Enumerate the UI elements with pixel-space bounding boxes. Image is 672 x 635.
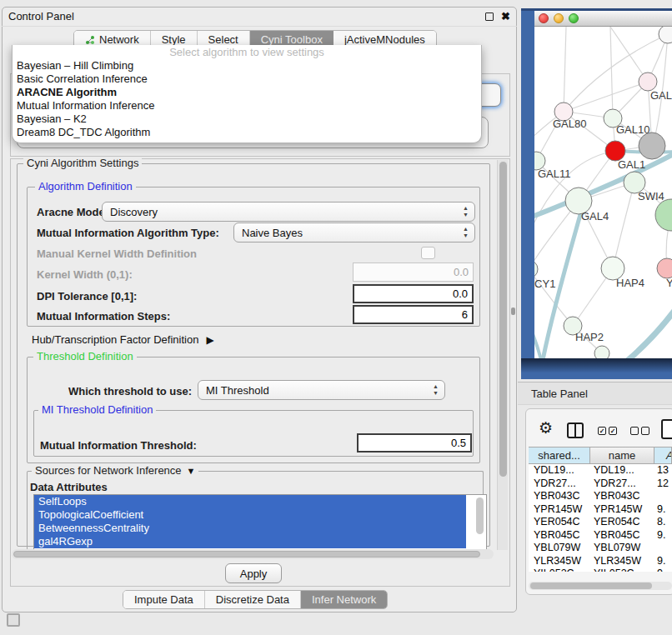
table-cell: YPR145W: [590, 503, 654, 517]
close-window-button[interactable]: [539, 13, 549, 23]
attributes-scrollbar-thumb[interactable]: [476, 498, 484, 534]
data-attributes-label: Data Attributes: [30, 481, 108, 493]
select-all-icon[interactable]: ✓✓: [598, 427, 617, 435]
table-cell: 9.: [654, 529, 672, 542]
dpi-tolerance-label: DPI Tolerance [0,1]:: [37, 290, 137, 302]
node-table: shared... name A YDL19...YDL19...13YDR27…: [529, 447, 672, 572]
network-edge-highlighted[interactable]: [534, 322, 541, 358]
network-node-gcy1[interactable]: [534, 260, 538, 278]
hub-definition-section[interactable]: Hub/Transcription Factor Definition▶: [32, 333, 214, 346]
dpi-tolerance-field[interactable]: 0.0: [353, 284, 474, 303]
network-node[interactable]: [659, 27, 672, 43]
settings-vscrollbar-thumb[interactable]: [499, 162, 507, 477]
split-pane-handle[interactable]: [511, 308, 515, 315]
columns-icon[interactable]: [567, 422, 584, 438]
table-row[interactable]: YBL079WYBL079W: [529, 542, 672, 555]
network-node-y[interactable]: [657, 258, 672, 278]
node-label: HAP2: [575, 331, 604, 343]
network-node[interactable]: [639, 132, 665, 159]
algorithm-option[interactable]: Basic Correlation Inference: [13, 72, 481, 86]
data-attribute-option[interactable]: SelfLoops: [34, 495, 466, 508]
table-cell: YBL079W: [529, 542, 590, 555]
algorithm-placeholder: Select algorithm to view settings: [13, 45, 481, 59]
table-row[interactable]: YLR345WYLR345W9.: [529, 555, 672, 568]
network-edge[interactable]: [610, 27, 648, 82]
network-edge[interactable]: [610, 27, 613, 118]
network-edge-highlighted[interactable]: [534, 152, 672, 218]
network-edge[interactable]: [564, 82, 648, 112]
network-node[interactable]: [655, 199, 672, 231]
network-edge-highlighted[interactable]: [626, 308, 672, 358]
settings-hscrollbar-thumb[interactable]: [13, 551, 480, 558]
aracne-mode-select[interactable]: Discovery ▲▼: [102, 202, 475, 222]
float-window-icon[interactable]: [485, 12, 494, 21]
table-row[interactable]: YPR145WYPR145W9.: [529, 503, 672, 517]
table-row[interactable]: YBR043CYBR043C: [529, 490, 672, 503]
column-header-name[interactable]: name: [590, 447, 654, 464]
data-attribute-option[interactable]: TopologicalCoefficient: [34, 508, 466, 522]
expand-arrow-icon[interactable]: ▶: [206, 334, 213, 346]
mi-steps-field[interactable]: 6: [353, 305, 474, 324]
table-cell: YLR345W: [529, 555, 590, 568]
column-header-partial[interactable]: A: [654, 447, 672, 464]
mi-steps-label: Mutual Information Steps:: [37, 310, 170, 322]
algorithm-option[interactable]: Mutual Information Inference: [13, 99, 481, 112]
which-threshold-label: Which threshold to use:: [68, 385, 192, 398]
kernel-width-label: Kernel Width (0,1):: [37, 268, 133, 281]
column-header-shared-name[interactable]: shared...: [529, 447, 590, 464]
zoom-window-button[interactable]: [569, 13, 579, 23]
threshold-definition-title: Threshold Definition: [33, 351, 137, 362]
table-horizontal-scrollbar[interactable]: [529, 582, 672, 590]
table-row[interactable]: YER054CYER054C8.: [529, 516, 672, 529]
node-label: SWI4: [638, 190, 664, 202]
new-table-icon[interactable]: [661, 419, 672, 439]
data-attribute-option[interactable]: BetweennessCentrality: [34, 522, 466, 535]
table-hscrollbar-thumb[interactable]: [530, 582, 652, 589]
data-attributes-list: SelfLoopsTopologicalCoefficientBetweenne…: [33, 494, 487, 550]
control-panel-titlebar: Control Panel ✖: [2, 7, 517, 27]
table-cell: [654, 490, 672, 503]
gear-icon[interactable]: ⚙: [539, 420, 553, 436]
table-row[interactable]: YDL19...YDL19...13: [529, 464, 672, 478]
deselect-all-icon[interactable]: [630, 427, 649, 435]
network-canvas[interactable]: GALGAL80GAL10GAL1GAL11SWI4GAL4GCY1HAP4YH…: [534, 27, 672, 358]
algorithm-option[interactable]: Bayesian – K2: [13, 112, 481, 126]
table-cell: 13: [654, 464, 672, 478]
mi-threshold-field[interactable]: 0.5: [357, 433, 472, 452]
network-node[interactable]: [594, 346, 609, 358]
collapse-arrow-icon[interactable]: ▼: [187, 465, 196, 477]
aracne-mode-label: Aracne Mode:: [37, 206, 108, 218]
algorithm-dropdown-popup: Select algorithm to view settings Bayesi…: [12, 45, 482, 143]
network-edge[interactable]: [564, 27, 566, 112]
node-label: GAL10: [616, 123, 649, 136]
table-cell: YBL079W: [590, 542, 654, 555]
manual-kernel-checkbox[interactable]: [421, 247, 435, 259]
network-edge[interactable]: [613, 182, 634, 268]
table-cell: YER054C: [590, 516, 654, 529]
table-cell: YDL19...: [590, 464, 654, 478]
tab-impute-data[interactable]: Impute Data: [123, 591, 205, 608]
tab-infer-network[interactable]: Infer Network: [301, 591, 387, 608]
dock-widget-icon[interactable]: [7, 613, 20, 627]
algorithm-option[interactable]: Bayesian – Hill Climbing: [13, 59, 481, 72]
mi-type-select[interactable]: Naive Bayes ▲▼: [233, 222, 475, 242]
sources-group-title[interactable]: Sources for Network Inference▼: [32, 465, 198, 477]
tab-discretize-data[interactable]: Discretize Data: [205, 591, 301, 608]
network-node-gal[interactable]: [639, 72, 657, 91]
apply-button[interactable]: Apply: [225, 563, 282, 583]
data-attribute-option[interactable]: gal4RGexp: [34, 535, 466, 548]
close-panel-icon[interactable]: ✖: [501, 12, 510, 21]
minimize-window-button[interactable]: [554, 13, 564, 23]
settings-vertical-scrollbar[interactable]: [497, 160, 508, 550]
cyni-mode-tabs: Impute Data Discretize Data Infer Networ…: [123, 590, 388, 609]
algorithm-option[interactable]: Dream8 DC_TDC Algorithm: [13, 126, 481, 139]
kernel-width-field[interactable]: 0.0: [353, 262, 474, 282]
mi-type-label: Mutual Information Algorithm Type:: [37, 227, 219, 239]
table-row[interactable]: YIL052CYIL052C9: [529, 568, 672, 572]
algorithm-option[interactable]: ARACNE Algorithm: [13, 86, 481, 99]
table-row[interactable]: YDR27...YDR27...12: [529, 478, 672, 491]
which-threshold-select[interactable]: MI Threshold ▲▼: [198, 380, 445, 400]
table-row[interactable]: YBR045CYBR045C9.: [529, 529, 672, 542]
table-cell: 12: [654, 478, 672, 491]
settings-horizontal-scrollbar[interactable]: [12, 549, 494, 559]
